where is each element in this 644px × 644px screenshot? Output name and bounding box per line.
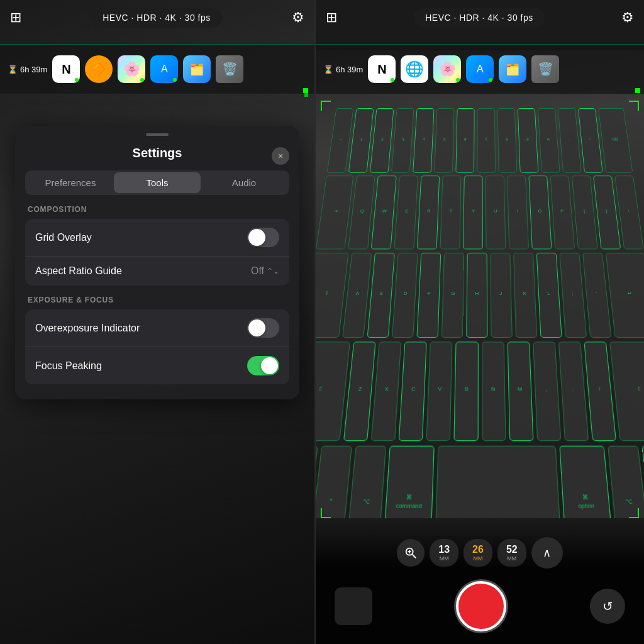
key-7: 7 [477,108,496,172]
focal-13mm-button[interactable]: 13 MM [430,539,458,567]
thumbnail-button[interactable] [335,587,372,625]
app-icon-wrapper-appstore-r: A [466,55,494,83]
key-y: Y [463,175,483,249]
key-del: ⌫ [598,108,633,172]
settings-modal: Settings × Preferences Tools Audio C [15,126,299,399]
green-dot-right-top [303,88,308,93]
key-tab: ⇥ [316,175,353,249]
corner-marker-bl [321,508,331,518]
key-h: H [466,253,487,338]
left-dock-bar: ⏳ 6h 39m N 🔶 🌸 A 🗂️ 🗑️ [0,44,314,94]
app-active-dot [75,78,79,82]
key-row-5: fn ⌃ ⌥ ⌘command ⌘option ⌥ ◀ [316,446,644,518]
keyboard-area: ~ 1 2 3 4 5 6 7 8 9 0 - = ⌫ ⇥ [316,50,644,518]
modal-close-button[interactable]: × [272,147,289,165]
app-icon-trash-r[interactable]: 🗑️ [531,55,559,83]
app-icon-finder-r[interactable]: 🗂️ [499,55,526,83]
app-icon-finder-l[interactable]: 🗂️ [183,55,211,83]
composition-section: COMPOSITION Grid Overlay Aspect Ratio Gu… [25,205,289,286]
svg-line-1 [413,555,416,558]
aspect-ratio-row: Aspect Ratio Guide Off ⌃⌄ [25,257,289,286]
key-ralt: ⌥ [608,446,644,518]
left-panel: ⊞ HEVC · HDR · 4K · 30 fps ⚙ ⏳ 6h 39m N … [0,0,316,644]
key-g: G [441,253,464,338]
settings-tab-bar: Preferences Tools Audio [25,170,289,195]
shutter-button[interactable] [456,581,506,631]
app-icon-vlc[interactable]: 🔶 [85,55,113,83]
right-camera-switch-icon[interactable]: ⊞ [326,9,337,26]
focal-expand-button[interactable]: ∧ [531,537,563,569]
overexposure-row: Overexposure Indicator [25,309,289,347]
left-gear-icon[interactable]: ⚙ [292,9,304,26]
grid-overlay-toggle[interactable] [247,228,279,247]
app-icon-wrapper-notion-r: N [368,55,396,83]
key-row-1: ~ 1 2 3 4 5 6 7 8 9 0 - = ⌫ [327,108,633,172]
chevron-up-icon: ∧ [543,546,551,560]
key-4: 4 [413,108,434,172]
key-enter: ↵ [606,253,644,338]
app-active-dot-appstore-r [489,78,492,82]
exposure-section-title: EXPOSURE & FOCUS [25,296,289,304]
app-icon-wrapper-chrome: 🌐 [401,55,428,83]
right-format-pill[interactable]: HEVC · HDR · 4K · 30 fps [414,8,545,28]
key-e: E [394,175,418,249]
aspect-ratio-current: Off [251,265,264,277]
key-d: D [392,253,418,338]
focal-26-label: MM [473,555,482,562]
app-active-dot-photos [140,78,144,82]
grid-overlay-row: Grid Overlay [25,219,289,257]
focal-length-row: 13 MM 26 MM 52 MM ∧ [316,537,644,569]
key-s: S [367,253,394,338]
app-active-dot-appstore [173,78,177,82]
right-panel: ⊞ HEVC · HDR · 4K · 30 fps ⚙ ⏳ 6h 39m N … [316,0,644,644]
overexposure-toggle[interactable] [247,318,279,338]
left-format-pill[interactable]: HEVC · HDR · 4K · 30 fps [91,8,222,28]
tab-preferences[interactable]: Preferences [27,172,114,193]
focus-peaking-toggle[interactable] [247,356,279,375]
focal-26-number: 26 [472,544,484,555]
key-u: U [486,175,506,249]
tab-tools[interactable]: Tools [114,172,201,193]
key-9: 9 [518,108,538,172]
key-b: B [454,341,479,441]
focal-13-label: MM [440,555,449,562]
key-2: 2 [370,108,394,172]
toggle-knob-focus [261,357,278,374]
app-icon-wrapper-finder-r: 🗂️ [499,55,526,83]
camera-switch-icon[interactable]: ⊞ [10,9,21,26]
aspect-ratio-value[interactable]: Off ⌃⌄ [251,265,279,277]
focal-52mm-button[interactable]: 52 MM [497,539,526,567]
left-battery-time: 6h 39m [20,65,47,74]
key-i: I [507,175,529,249]
key-rcmd: ⌘option [559,446,615,518]
right-top-bar: ⊞ HEVC · HDR · 4K · 30 fps ⚙ [316,8,644,28]
tab-audio[interactable]: Audio [201,172,287,193]
corner-marker-tr [629,101,639,111]
app-icon-chrome[interactable]: 🌐 [401,55,428,83]
key-o: O [529,175,552,249]
app-active-dot-r [391,78,394,82]
green-dot-right-bottom [304,93,308,97]
key-row-4: ⇧ Z X C V B N M , . / ⇧ [316,341,644,441]
toggle-knob-overexposure [248,319,265,336]
key-space [435,446,562,518]
flip-camera-button[interactable]: ↺ [590,589,625,624]
corner-marker-br [629,508,639,518]
rotate-icon: ↺ [602,599,613,614]
zoom-magnify-icon [404,546,418,560]
key-w: W [371,175,397,249]
key-comma: , [533,341,561,441]
app-icon-wrapper-appstore: A [150,55,178,83]
focal-52-number: 52 [506,544,518,555]
zoom-magnify-button[interactable] [397,539,425,567]
focal-26mm-button[interactable]: 26 MM [464,539,492,567]
key-v: V [426,341,453,441]
app-icon-wrapper-photos: 🌸 [118,55,145,83]
app-icon-trash-l[interactable]: 🗑️ [216,55,243,83]
modal-title: Settings [133,146,182,160]
hourglass-icon: ⏳ [8,65,18,74]
key-p: P [550,175,575,249]
right-gear-icon[interactable]: ⚙ [621,9,634,26]
key-row-2: ⇥ Q W E R T Y U I O P [ ] \ [316,175,644,249]
key-period: . [558,341,589,441]
